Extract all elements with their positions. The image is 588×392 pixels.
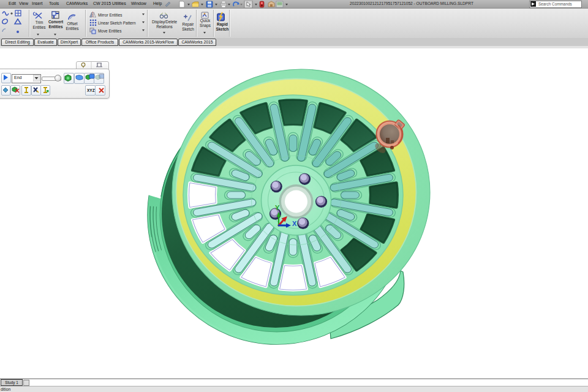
svg-text:X: X xyxy=(292,220,297,227)
svg-text:Y: Y xyxy=(275,204,280,211)
svg-text:XYZ: XYZ xyxy=(87,88,95,92)
